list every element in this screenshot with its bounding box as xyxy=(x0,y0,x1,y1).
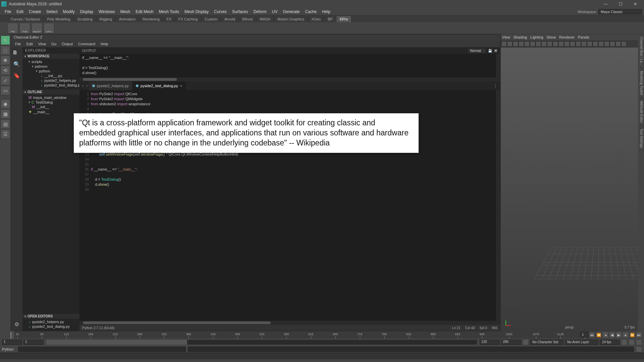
menu-meshdisplay[interactable]: Mesh Display xyxy=(182,8,211,15)
file-item[interactable]: ⬨__init__.py xyxy=(22,73,79,78)
outline-item[interactable]: Mmaya_main_window xyxy=(22,95,79,100)
menu-deform[interactable]: Deform xyxy=(251,8,269,15)
viewport-canvas[interactable]: persp 9.7 fps xyxy=(501,48,638,331)
right-tab[interactable]: Channel Box / La... xyxy=(638,34,644,68)
shelf-tab[interactable]: MASH xyxy=(256,16,274,22)
folder-patreon[interactable]: ▾patreon xyxy=(22,64,79,69)
menu-surfaces[interactable]: Surfaces xyxy=(229,8,251,15)
step-forward-icon[interactable]: ▸ xyxy=(623,332,629,338)
shelf-tab[interactable]: BP xyxy=(324,16,336,22)
output-scrollbar[interactable] xyxy=(496,54,500,77)
vp-tool-icon[interactable] xyxy=(501,41,507,47)
range-start-field[interactable]: 1 xyxy=(2,340,22,345)
file-item[interactable]: ⬨pyside2_helpers.py xyxy=(22,78,79,83)
script-editor-icon[interactable] xyxy=(636,346,642,352)
shelf-tab[interactable]: FX Caching xyxy=(175,16,201,22)
menu-generate[interactable]: Generate xyxy=(280,8,302,15)
output-hscroll[interactable] xyxy=(79,77,500,81)
vp-tool-icon[interactable] xyxy=(615,41,621,47)
workspace-section[interactable]: ▾WORKSPACE xyxy=(22,54,79,59)
open-editors-section[interactable]: ▾OPEN EDITORS xyxy=(22,314,79,319)
play-back-icon[interactable]: ◀ xyxy=(609,332,615,338)
charcoal-menu-edit[interactable]: Edit xyxy=(24,42,36,46)
range-slider[interactable] xyxy=(46,340,477,345)
menu-curves[interactable]: Curves xyxy=(211,8,229,15)
shelf-tab[interactable]: Sculpting xyxy=(74,16,96,22)
vp-tool-icon[interactable] xyxy=(570,41,575,47)
menu-uv[interactable]: UV xyxy=(269,8,280,15)
fps-select[interactable]: 24 fps xyxy=(600,340,620,345)
sync-icon[interactable] xyxy=(621,339,627,345)
shelf-tab[interactable]: XGen xyxy=(308,16,324,22)
goto-end-icon[interactable]: ⏭ xyxy=(636,332,642,338)
menu-modify[interactable]: Modify xyxy=(60,8,77,15)
vp-tool-icon[interactable] xyxy=(576,41,581,47)
code-scrollbar[interactable] xyxy=(496,90,500,321)
shelf-tab[interactable]: FX xyxy=(163,16,175,22)
prefs-icon[interactable] xyxy=(636,339,642,345)
vp-tool-icon[interactable] xyxy=(610,41,615,47)
close-button[interactable]: ✕ xyxy=(628,0,643,8)
menu-file[interactable]: File xyxy=(2,8,14,15)
open-editor-item[interactable]: ⬨pyside2_helpers.py xyxy=(22,319,79,324)
vp-tool-icon[interactable] xyxy=(564,41,570,47)
vp-tool-icon[interactable] xyxy=(530,41,535,47)
time-slider[interactable]: 1156511516521526531536541546551556561566… xyxy=(10,331,597,339)
output-save-icon[interactable]: 💾 xyxy=(488,49,492,53)
range-menu-icon[interactable] xyxy=(523,339,529,345)
menu-help[interactable]: Help xyxy=(319,8,333,15)
lasso-tool-icon[interactable]: ◌ xyxy=(1,46,10,55)
vp-tool-icon[interactable] xyxy=(604,41,609,47)
shelf-tab[interactable]: Motion Graphics xyxy=(274,16,308,22)
shelf-tab[interactable]: Custom xyxy=(201,16,221,22)
charcoal-menu-go[interactable]: Go xyxy=(49,42,59,46)
bookmark-icon[interactable]: 🔖 xyxy=(13,71,21,79)
menu-display[interactable]: Display xyxy=(77,8,96,15)
vp-tool-icon[interactable] xyxy=(587,41,592,47)
shelf-tab[interactable]: Rendering xyxy=(139,16,163,22)
settings-icon[interactable]: ⚙ xyxy=(13,320,21,328)
vp-tool-icon[interactable] xyxy=(507,41,513,47)
tab-back-icon[interactable]: ‹ xyxy=(81,83,85,88)
shelf-tab[interactable]: Arnold xyxy=(221,16,239,22)
vp-tool-icon[interactable] xyxy=(581,41,587,47)
workspace-select[interactable]: Maya Classic xyxy=(598,9,642,14)
tab-forward-icon[interactable]: › xyxy=(85,83,89,88)
right-tab[interactable]: Tool Settings xyxy=(638,126,644,151)
grid2-tool-icon[interactable]: ▤ xyxy=(1,119,10,129)
outline-item[interactable]: ▾CTestDialog xyxy=(22,100,79,105)
vp-menu-panels[interactable]: Panels xyxy=(578,35,589,39)
menu-meshtools[interactable]: Mesh Tools xyxy=(156,8,182,15)
move-tool-icon[interactable]: ✥ xyxy=(1,56,10,65)
shelf-tab[interactable]: Curves / Surfaces xyxy=(7,16,44,22)
outline-item[interactable]: M__init__ xyxy=(22,105,79,109)
shelf-button[interactable]: MtoKP xyxy=(32,23,42,34)
vp-tool-icon[interactable] xyxy=(558,41,564,47)
vp-menu-view[interactable]: View xyxy=(502,35,510,39)
charcoal-menu-output[interactable]: Output xyxy=(59,42,75,46)
output-body[interactable]: if __name__ == "__main__": d = TestDialo… xyxy=(79,54,500,77)
vp-tool-icon[interactable] xyxy=(524,41,530,47)
minimize-button[interactable]: — xyxy=(598,0,613,8)
output-mode-select[interactable]: Normal xyxy=(468,48,486,53)
code-hscroll[interactable] xyxy=(79,321,500,325)
menu-cache[interactable]: Cache xyxy=(302,8,319,15)
rotate-tool-icon[interactable]: ⟲ xyxy=(1,66,10,75)
vp-menu-lighting[interactable]: Lighting xyxy=(530,35,543,39)
explorer-icon[interactable]: 🗎 xyxy=(11,49,18,57)
character-set-select[interactable]: No Character Set xyxy=(530,340,564,345)
editor-tab-active[interactable]: pyside2_test_dialog.py× xyxy=(132,81,186,90)
outline-item[interactable]: ★__main__ xyxy=(22,109,79,114)
charcoal-menu-help[interactable]: Help xyxy=(98,42,111,46)
shelf-tab[interactable]: Bifrost xyxy=(239,16,256,22)
goto-start-icon[interactable]: ⏮ xyxy=(589,332,595,338)
vp-tool-icon[interactable] xyxy=(541,41,547,47)
range-end-field[interactable]: 200 xyxy=(501,340,521,345)
range-in-field[interactable]: 1 xyxy=(23,340,44,345)
vp-tool-icon[interactable] xyxy=(598,41,604,47)
select-tool-icon[interactable]: ↖ xyxy=(1,36,10,45)
cmd-language[interactable]: Python xyxy=(2,347,16,351)
vp-tool-icon[interactable] xyxy=(621,41,627,47)
shelf-tab[interactable]: Animation xyxy=(116,16,139,22)
grid-tool-icon[interactable]: ▦ xyxy=(1,109,10,119)
